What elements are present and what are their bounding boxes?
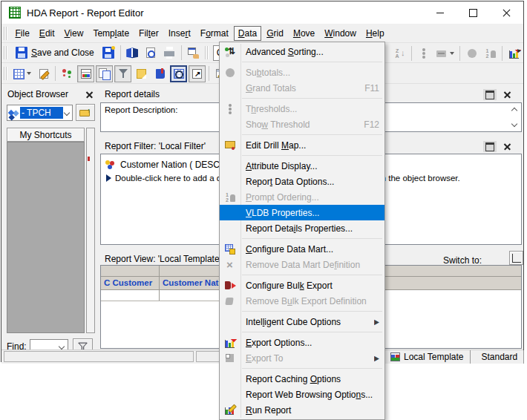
view-filter-icon — [117, 68, 129, 79]
report-details-title: Report details — [105, 89, 160, 99]
save-and-close-button[interactable]: Save and Close — [11, 45, 99, 62]
menu-window[interactable]: Window — [320, 26, 361, 41]
note-button[interactable] — [133, 65, 150, 82]
menu-item-subtotals[interactable]: Subtotals... — [220, 65, 384, 80]
menu-item-show-threshold[interactable]: Show ThresholdF12 — [220, 117, 384, 132]
project-selector-combo[interactable]: - TPCH — [7, 105, 73, 121]
menu-item-grand-totals[interactable]: Grand TotalsF11 — [220, 80, 384, 96]
filter-item[interactable]: Customer Nation ( DESC ) — [105, 159, 225, 171]
menu-item-remove-bulk-export-definition[interactable]: Remove Bulk Export Definition — [220, 293, 384, 309]
minimize-button[interactable] — [423, 1, 456, 24]
object-browser-close-button[interactable] — [85, 91, 94, 98]
thresholds-button[interactable] — [415, 45, 432, 62]
toolbar-separator — [459, 46, 460, 61]
subtotal-style-button[interactable] — [433, 45, 456, 62]
prompt-ordering-icon — [224, 191, 236, 203]
people-button[interactable] — [59, 65, 76, 82]
menu-item-thresholds[interactable]: Thresholds... — [220, 101, 384, 117]
panel-close-button[interactable] — [500, 89, 514, 100]
menu-item-report-data-options[interactable]: Report Data Options... — [220, 174, 384, 189]
menu-item-report-caching-options[interactable]: Report Caching Options — [220, 371, 384, 387]
app-icon — [9, 7, 21, 19]
sort-za-button[interactable] — [391, 45, 408, 62]
run-report-icon — [224, 404, 236, 416]
menu-item-remove-data-mart-definition[interactable]: Remove Data Mart Definition — [220, 257, 384, 272]
maximize-button[interactable] — [456, 1, 490, 24]
menu-template[interactable]: Template — [88, 26, 134, 41]
menu-item-export-options[interactable]: Export Options... — [220, 335, 384, 350]
menu-insert[interactable]: Insert — [164, 26, 195, 41]
folder-up-button[interactable] — [76, 104, 95, 121]
panel-close-button[interactable] — [500, 141, 514, 152]
toolbar-overflow-chevron-icon[interactable]: ▸ — [517, 46, 521, 54]
grid-colors-icon — [81, 69, 91, 79]
menubar-grip[interactable] — [4, 27, 7, 40]
menu-filter[interactable]: Filter — [134, 26, 163, 41]
menu-grid[interactable]: Grid — [262, 26, 288, 41]
subtotals-button[interactable] — [463, 45, 480, 62]
menu-item-vldb-properties[interactable]: VLDB Properties... — [220, 205, 384, 220]
close-button[interactable] — [490, 1, 523, 24]
panel-float-button[interactable] — [483, 141, 497, 152]
toolbar-grip[interactable] — [4, 67, 7, 80]
menu-item-advanced-sorting[interactable]: Advanced Sorting... — [220, 44, 384, 59]
menu-item-export-to[interactable]: Export To▶ — [220, 350, 384, 366]
toolbar-grip[interactable] — [205, 46, 209, 59]
grid-copy-button[interactable] — [96, 65, 113, 82]
switch-view-button[interactable] — [509, 251, 523, 265]
menu-help[interactable]: Help — [361, 26, 389, 41]
sort-za-icon — [394, 47, 406, 59]
menu-item-intelligent-cube-options[interactable]: Intelligent Cube Options▶ — [220, 314, 384, 329]
grid-colors-button[interactable] — [77, 65, 94, 82]
grid-view-icon — [13, 69, 24, 79]
view-tab-local-template[interactable]: Local Template — [384, 350, 471, 364]
find-grid-button[interactable] — [170, 65, 187, 82]
menu-data[interactable]: Data — [234, 26, 261, 41]
object-browser-title: Object Browser — [7, 89, 68, 99]
view-tab-standard[interactable]: Standard — [471, 350, 525, 364]
grid-view-button[interactable] — [11, 65, 33, 82]
grid-column-header[interactable]: C Customer — [101, 277, 160, 289]
menu-item-configure-data-mart[interactable]: Configure Data Mart... — [220, 241, 384, 257]
menu-item-attribute-display[interactable]: Attribute Display... — [220, 158, 384, 174]
scroll-up-button[interactable] — [508, 104, 520, 117]
menu-item-prompt-ordering[interactable]: Prompt Ordering... — [220, 189, 384, 205]
menu-format[interactable]: Format — [196, 26, 233, 41]
menu-item-configure-bulk-export[interactable]: Configure Bulk Export — [220, 278, 384, 293]
menu-item-report-details-properties[interactable]: Report Details Properties... — [220, 220, 384, 236]
popout-button[interactable] — [189, 65, 206, 82]
menu-item-edit-drill-map[interactable]: Edit Drill Map... — [220, 137, 384, 153]
menu-item-run-report[interactable]: Run Report — [220, 402, 384, 418]
open-book-button[interactable] — [124, 45, 141, 62]
menu-edit[interactable]: Edit — [35, 26, 59, 41]
prompt-ordering-icon — [485, 47, 497, 59]
titlebar[interactable]: HDA Report - Report Editor — [1, 1, 523, 24]
configure-bulk-export-icon — [220, 280, 240, 292]
properties-button[interactable] — [185, 45, 202, 62]
menu-separator — [242, 311, 382, 312]
menu-view[interactable]: View — [60, 26, 88, 41]
remove-bulk-export-icon — [224, 295, 236, 307]
object-browser-header: Object Browser — [4, 88, 97, 101]
object-browser-scrollbar[interactable] — [86, 128, 95, 333]
save-as-button[interactable] — [100, 45, 117, 62]
panel-float-button[interactable] — [483, 89, 497, 100]
toolbar-data-buttons — [390, 44, 523, 63]
menu-item-report-web-browsing-options[interactable]: Report Web Browsing Options... — [220, 387, 384, 402]
grid-tab-icon — [390, 352, 400, 361]
bookmark-button[interactable] — [151, 65, 168, 82]
chevron-down-icon — [511, 121, 517, 127]
prompt-ordering-button[interactable] — [482, 45, 499, 62]
my-shortcuts-header[interactable]: My Shortcuts — [7, 128, 85, 142]
menu-item-label: Export To — [246, 353, 283, 364]
design-view-button[interactable] — [35, 65, 52, 82]
view-filter-button[interactable] — [114, 65, 131, 82]
object-browser-list[interactable] — [7, 142, 85, 333]
scroll-down-button[interactable] — [508, 117, 520, 131]
menu-move[interactable]: Move — [289, 26, 319, 41]
print-preview-button[interactable] — [143, 45, 160, 62]
print-button[interactable] — [161, 45, 178, 62]
toolbar-grip[interactable] — [4, 46, 7, 59]
menu-file[interactable]: File — [11, 26, 34, 41]
remove-bulk-export-icon — [220, 295, 240, 307]
